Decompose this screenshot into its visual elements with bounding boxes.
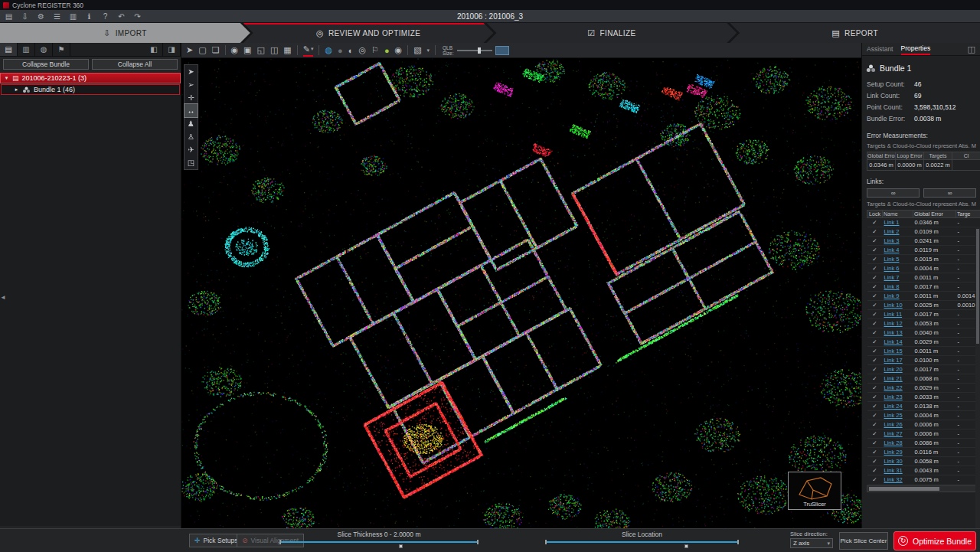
panel-layout-icon[interactable]: ◫ <box>968 44 975 54</box>
link-row[interactable]: ✓Link 90.0011 m0.0014 <box>867 292 980 301</box>
tree-item-project[interactable]: ▾ ▤ 201006-210223-1 (3) <box>0 73 181 83</box>
link-lock-check[interactable]: ✓ <box>872 219 877 226</box>
slice-direction-select[interactable]: Z axis ▾ <box>790 538 833 548</box>
link-lock-check[interactable]: ✓ <box>872 366 877 373</box>
workflow-step-report[interactable]: ▤ REPORT <box>730 23 980 43</box>
link-name-link[interactable]: Link 30 <box>884 458 903 465</box>
link-name-link[interactable]: Link 4 <box>884 247 900 253</box>
link-row[interactable]: ✓Link 100.0025 m0.0010 <box>867 301 980 310</box>
pick-slice-center-button[interactable]: Pick Slice Center <box>839 532 888 550</box>
link-name-link[interactable]: Link 32 <box>884 476 903 483</box>
link-name-link[interactable]: Link 10 <box>884 302 903 309</box>
settings-gear-icon[interactable]: ⚙ <box>36 12 46 21</box>
link-name-link[interactable]: Link 31 <box>884 467 903 474</box>
link-row[interactable]: ✓Link 130.0040 m- <box>867 328 980 338</box>
link-row[interactable]: ✓Link 40.0119 m- <box>867 246 980 255</box>
link-name-link[interactable]: Link 13 <box>884 329 903 336</box>
zoom-window-tool-icon[interactable]: ❏ <box>212 45 220 55</box>
link-name-link[interactable]: Link 25 <box>884 412 903 419</box>
undo-icon[interactable]: ↶ <box>116 12 126 21</box>
link-lock-check[interactable]: ✓ <box>872 247 877 253</box>
link-row[interactable]: ✓Link 70.0011 m- <box>867 273 980 283</box>
link-row[interactable]: ✓Link 230.0033 m- <box>867 393 980 402</box>
workflow-step-review-and-optimize[interactable]: ◎ REVIEW AND OPTIMIZE <box>243 23 494 43</box>
link-lock-check[interactable]: ✓ <box>872 338 877 345</box>
link-lock-check[interactable]: ✓ <box>872 292 877 299</box>
link-lock-check[interactable]: ✓ <box>872 375 877 382</box>
collapse-right-icon[interactable]: ◨ <box>163 43 181 56</box>
flag-pin-icon[interactable]: ⚐ <box>371 45 379 55</box>
quad-view-icon[interactable]: ▦ <box>283 45 291 55</box>
flag-view-tab-icon[interactable]: ⚑ <box>53 43 70 56</box>
scrollbar-thumb[interactable] <box>976 229 979 344</box>
link-row[interactable]: ✓Link 290.0116 m- <box>867 448 980 457</box>
person-view-icon[interactable]: ♟ <box>185 117 198 130</box>
link-row[interactable]: ✓Link 30.0241 m- <box>867 237 980 246</box>
markup-tool-group[interactable]: ✎ ▾ <box>303 44 314 57</box>
link-name-link[interactable]: Link 22 <box>884 384 903 391</box>
lamp-pin-icon[interactable]: ● <box>384 46 390 55</box>
link-lock-check[interactable]: ✓ <box>872 403 877 410</box>
snapshot-icon[interactable]: ▣ <box>243 45 251 55</box>
link-row[interactable]: ✓Link 50.0015 m- <box>867 255 980 264</box>
bubble-view-icon[interactable]: ◎ <box>358 45 366 55</box>
select-cursor-icon[interactable]: ➤ <box>185 65 198 78</box>
import-view-tab-icon[interactable]: ▥ <box>18 43 35 56</box>
link-name-link[interactable]: Link 21 <box>884 375 903 382</box>
link-name-link[interactable]: Link 27 <box>884 430 903 437</box>
link-row[interactable]: ✓Link 250.0004 m- <box>867 411 980 420</box>
link-lock-check[interactable]: ✓ <box>872 274 877 281</box>
import-icon[interactable]: ⇩ <box>20 12 30 21</box>
list-view-tab-icon[interactable]: ▤ <box>0 43 18 56</box>
pano-camera-icon[interactable]: ◉ <box>395 45 403 55</box>
links-vertical-scrollbar[interactable] <box>975 227 980 528</box>
chevron-down-icon[interactable]: ▾ <box>311 46 314 52</box>
link-tool-button-1[interactable]: ∞ <box>867 188 920 198</box>
link-name-link[interactable]: Link 14 <box>884 338 903 345</box>
collapse-all-button[interactable]: Collapse All <box>92 59 178 70</box>
link-lock-check[interactable]: ✓ <box>872 449 877 456</box>
link-row[interactable]: ✓Link 200.0017 m- <box>867 365 980 374</box>
link-name-link[interactable]: Link 29 <box>884 449 903 456</box>
link-name-link[interactable]: Link 28 <box>884 439 903 446</box>
link-name-link[interactable]: Link 26 <box>884 421 903 428</box>
measure-width-icon[interactable]: ↔ <box>185 104 198 117</box>
tree-item-bundle[interactable]: ▸ Bundle 1 (46) <box>1 84 180 95</box>
link-name-link[interactable]: Link 17 <box>884 357 903 364</box>
link-lock-check[interactable]: ✓ <box>872 476 877 483</box>
globe-view-tab-icon[interactable]: ◍ <box>35 43 53 56</box>
link-name-link[interactable]: Link 15 <box>884 348 903 354</box>
link-name-link[interactable]: Link 6 <box>884 265 900 272</box>
link-lock-check[interactable]: ✓ <box>872 412 877 419</box>
link-lock-check[interactable]: ✓ <box>872 348 877 354</box>
link-lock-check[interactable]: ✓ <box>872 283 877 290</box>
chevron-down-icon[interactable]: ▾ <box>427 47 430 54</box>
link-row[interactable]: ✓Link 60.0004 m- <box>867 264 980 273</box>
optimize-bundle-button[interactable]: ↻ Optimize Bundle <box>893 531 976 550</box>
link-lock-check[interactable]: ✓ <box>872 458 877 465</box>
link-lock-check[interactable]: ✓ <box>872 302 877 309</box>
camera-icon[interactable]: ◉ <box>231 45 239 55</box>
cloud-view-blue-icon[interactable]: ◍ <box>325 45 332 55</box>
link-row[interactable]: ✓Link 120.0053 m- <box>867 319 980 328</box>
link-lock-check[interactable]: ✓ <box>872 265 877 272</box>
dual-view-icon[interactable]: ◫ <box>270 45 278 55</box>
link-lock-check[interactable]: ✓ <box>872 467 877 474</box>
marquee-select-tool-icon[interactable]: ▢ <box>198 45 206 55</box>
link-lock-check[interactable]: ✓ <box>872 421 877 428</box>
info-icon[interactable]: ℹ <box>84 12 94 21</box>
link-lock-check[interactable]: ✓ <box>872 237 877 244</box>
preferences-icon[interactable]: ☰ <box>52 12 62 21</box>
link-lock-check[interactable]: ✓ <box>872 394 877 400</box>
tab-properties[interactable]: Properties <box>901 43 931 55</box>
link-row[interactable]: ✓Link 140.0029 m- <box>867 338 980 347</box>
link-name-link[interactable]: Link 8 <box>884 283 900 290</box>
link-lock-check[interactable]: ✓ <box>872 256 877 263</box>
link-row[interactable]: ✓Link 170.0100 m- <box>867 356 980 365</box>
scrollbar-thumb[interactable] <box>869 487 939 491</box>
limit-box-icon[interactable]: ◳ <box>185 156 198 169</box>
link-row[interactable]: ✓Link 260.0006 m- <box>867 420 980 430</box>
tab-assistant[interactable]: Assistant <box>867 44 893 54</box>
link-name-link[interactable]: Link 2 <box>884 228 900 235</box>
links-horizontal-scrollbar[interactable] <box>867 485 980 492</box>
